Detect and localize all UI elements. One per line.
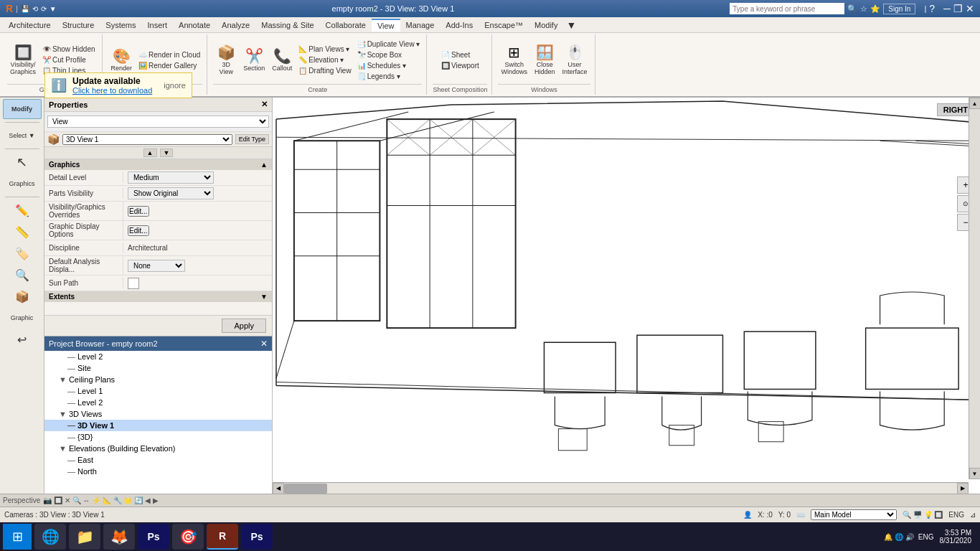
- menu-systems[interactable]: Systems: [100, 19, 141, 31]
- parts-visibility-dropdown[interactable]: Show Original: [128, 187, 214, 199]
- menu-massing[interactable]: Massing & Site: [255, 19, 319, 31]
- undo-tool[interactable]: ↩: [3, 329, 42, 349]
- taskbar-revit[interactable]: R: [207, 524, 238, 550]
- menu-structure[interactable]: Structure: [57, 19, 100, 31]
- vertical-scrollbar[interactable]: ▲ ▼: [969, 98, 980, 479]
- pb-3d-view-default[interactable]: —{3D}: [44, 431, 272, 443]
- scroll-track-h[interactable]: [284, 484, 957, 494]
- extents-section-header[interactable]: Extents ▼: [44, 291, 272, 302]
- pb-item-site[interactable]: —Site: [44, 362, 272, 374]
- start-button[interactable]: ⊞: [3, 524, 32, 550]
- update-icon: ℹ️: [51, 77, 67, 93]
- switch-windows-button[interactable]: ⊞ SwitchWindows: [498, 44, 530, 77]
- scroll-thumb-h[interactable]: [284, 484, 327, 494]
- select-tool[interactable]: Select ▼: [3, 126, 42, 146]
- pencil-tool[interactable]: ✏️: [3, 200, 42, 220]
- view-tool[interactable]: 🔍: [3, 265, 42, 285]
- box-tool[interactable]: 📦: [3, 286, 42, 306]
- modify-expand[interactable]: ▼: [563, 19, 579, 31]
- plan-views-button[interactable]: 📐Plan Views ▾: [296, 44, 353, 54]
- scroll-right-arrow[interactable]: ▶: [957, 483, 969, 494]
- elevation-button[interactable]: 📏Elevation ▾: [296, 55, 353, 65]
- arrow-tool[interactable]: ↖: [3, 152, 42, 172]
- scroll-up-arrow[interactable]: ▲: [969, 98, 981, 109]
- menu-analyze[interactable]: Analyze: [216, 19, 255, 31]
- menu-architecture[interactable]: Architecture: [3, 19, 57, 31]
- project-browser-close-button[interactable]: ✕: [260, 339, 268, 349]
- search-input[interactable]: [730, 3, 844, 14]
- view-name-dropdown[interactable]: 3D View 1: [62, 134, 232, 145]
- menu-modify[interactable]: Modify: [529, 19, 563, 31]
- properties-close-button[interactable]: ✕: [261, 100, 268, 109]
- menu-annotate[interactable]: Annotate: [173, 19, 216, 31]
- callout-button[interactable]: 📞 Callout: [269, 47, 295, 73]
- 3d-view-button[interactable]: 📦 3DView: [213, 44, 239, 77]
- graphic-display-edit-button[interactable]: Edit...: [128, 225, 149, 236]
- model-selector[interactable]: Main Model: [811, 509, 897, 520]
- default-analysis-dropdown[interactable]: None: [128, 260, 185, 272]
- left-toolbar: Modify Select ▼ ↖ Graphics ✏️ 📏 🏷️ 🔍 📦 G…: [0, 98, 44, 494]
- pb-ceiling-level1[interactable]: —Level 1: [44, 385, 272, 397]
- type-selector-dropdown[interactable]: View: [47, 116, 269, 128]
- view-area[interactable]: RIGHT + ⊙ − ▲ ▼ ◀ ▶: [273, 98, 980, 494]
- update-ignore-button[interactable]: ignore: [164, 81, 186, 90]
- pb-ceiling-plans[interactable]: ▼Ceiling Plans: [44, 374, 272, 385]
- menu-addins[interactable]: Add-Ins: [440, 19, 479, 31]
- menu-insert[interactable]: Insert: [142, 19, 174, 31]
- sheet-button[interactable]: 📄Sheet: [439, 50, 481, 60]
- pb-ceiling-level2[interactable]: —Level 2: [44, 397, 272, 408]
- graphic-small[interactable]: Graphic: [3, 308, 42, 328]
- scroll-left-arrow[interactable]: ◀: [273, 483, 284, 494]
- legends-button[interactable]: 🗒️Legends ▾: [355, 72, 423, 81]
- schedules-button[interactable]: 📊Schedules ▾: [355, 61, 423, 70]
- graphics-section-header[interactable]: Graphics ▲: [44, 159, 272, 170]
- taskbar-ps2[interactable]: Ps: [241, 524, 273, 550]
- modify-tool[interactable]: Modify: [3, 99, 42, 119]
- scope-box-button[interactable]: 🔭Scope Box: [355, 50, 423, 60]
- pb-east[interactable]: —East: [44, 454, 272, 466]
- taskbar-explorer[interactable]: 📁: [69, 524, 100, 550]
- pb-item-level2-first[interactable]: —Level 2: [44, 351, 272, 362]
- pb-3d-view-1[interactable]: —3D View 1: [44, 420, 272, 431]
- tag-tool[interactable]: 🏷️: [3, 243, 42, 263]
- edit-type-button[interactable]: Edit Type: [235, 134, 269, 144]
- restore-button[interactable]: ❐: [953, 3, 963, 14]
- close-hidden-button[interactable]: 🪟 CloseHidden: [532, 44, 558, 77]
- minimize-button[interactable]: ─: [943, 3, 951, 14]
- viewport-button[interactable]: 🔲Viewport: [439, 61, 481, 70]
- taskbar-app[interactable]: 🎯: [172, 524, 204, 550]
- visibility-graphics-edit-button[interactable]: Edit...: [128, 206, 149, 217]
- menu-collaborate[interactable]: Collaborate: [320, 19, 372, 31]
- detail-level-dropdown[interactable]: Medium: [128, 171, 214, 184]
- drafting-view-button[interactable]: 📋Drafting View: [296, 66, 353, 75]
- scroll-down-arrow[interactable]: ▼: [969, 468, 981, 479]
- close-button[interactable]: ✕: [966, 3, 974, 14]
- measure-tool[interactable]: 📏: [3, 222, 42, 242]
- sign-in-button[interactable]: Sign In: [883, 4, 915, 14]
- taskbar-ps1[interactable]: Ps: [138, 524, 169, 550]
- render-cloud-button[interactable]: ☁️Render in Cloud: [136, 50, 202, 60]
- visibility-graphics-button[interactable]: 🔲 Visibility/Graphics: [7, 44, 39, 77]
- menu-manage[interactable]: Manage: [400, 19, 440, 31]
- scroll-up-button[interactable]: ▲: [143, 149, 157, 157]
- section-button[interactable]: ✂️ Section: [240, 47, 268, 73]
- pb-elevations[interactable]: ▼Elevations (Building Elevation): [44, 443, 272, 454]
- pb-north[interactable]: —North: [44, 466, 272, 477]
- apply-button[interactable]: Apply: [222, 319, 266, 333]
- menu-enscape[interactable]: Enscape™: [479, 19, 529, 31]
- render-button[interactable]: 🎨 Render: [108, 47, 136, 73]
- show-hidden-button[interactable]: 👁️Show Hidden: [40, 44, 97, 54]
- scroll-down-button[interactable]: ▼: [160, 149, 174, 157]
- taskbar-edge[interactable]: 🌐: [34, 524, 66, 550]
- user-interface-button[interactable]: 🖱️ UserInterface: [559, 44, 590, 77]
- sun-path-checkbox[interactable]: [128, 278, 139, 289]
- duplicate-view-button[interactable]: 📑Duplicate View ▾: [355, 39, 423, 49]
- cut-profile-button[interactable]: ✂️Cut Profile: [40, 55, 97, 65]
- graphics-tool[interactable]: Graphics: [3, 174, 42, 194]
- render-gallery-button[interactable]: 🖼️Render Gallery: [136, 61, 202, 70]
- update-download-link[interactable]: Click here to download: [72, 86, 152, 95]
- horizontal-scrollbar[interactable]: ◀ ▶: [273, 482, 969, 494]
- menu-view[interactable]: View: [372, 19, 400, 32]
- taskbar-firefox[interactable]: 🦊: [103, 524, 135, 550]
- pb-3d-views[interactable]: ▼3D Views: [44, 408, 272, 420]
